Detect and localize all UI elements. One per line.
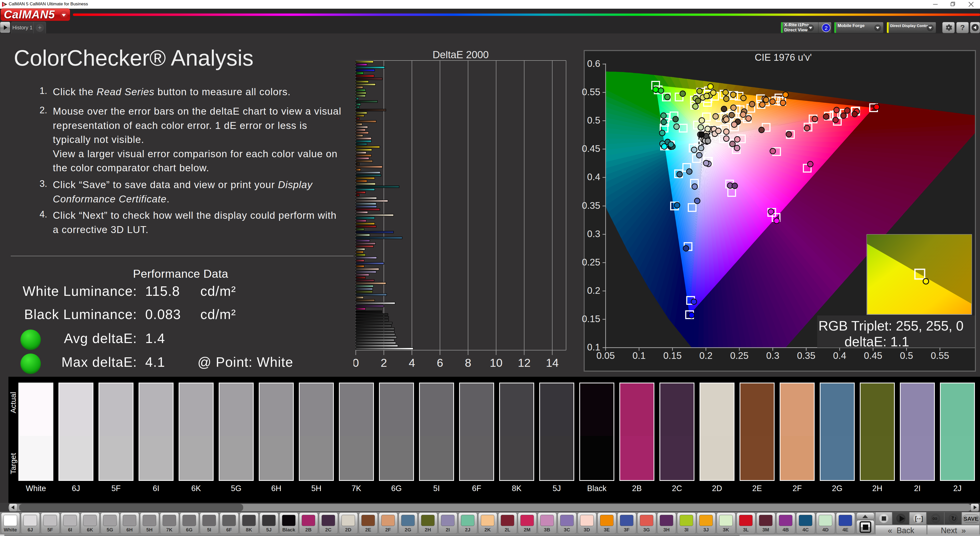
svg-text:0.15: 0.15 [582,314,600,324]
svg-text:0.5: 0.5 [587,115,600,126]
svg-text:0.35: 0.35 [582,200,600,211]
svg-text:0.1: 0.1 [632,350,646,361]
svg-text:0.55: 0.55 [931,350,949,361]
svg-text:deltaE: 1.1: deltaE: 1.1 [845,334,909,349]
svg-text:8: 8 [465,356,471,369]
svg-text:0.25: 0.25 [730,350,749,361]
svg-text:0.45: 0.45 [864,350,882,361]
svg-text:0.5: 0.5 [900,350,913,361]
svg-text:12: 12 [518,356,531,369]
svg-text:0.3: 0.3 [766,350,779,361]
svg-text:10: 10 [490,356,503,369]
svg-text:0.55: 0.55 [582,87,600,97]
svg-text:2: 2 [380,356,387,369]
svg-text:6: 6 [437,356,443,369]
svg-text:0.4: 0.4 [587,172,600,182]
svg-text:0.2: 0.2 [587,285,600,296]
svg-text:RGB Triplet: 255, 255, 0: RGB Triplet: 255, 255, 0 [818,318,964,333]
svg-text:0: 0 [353,356,359,369]
svg-text:0.35: 0.35 [797,350,815,361]
svg-text:14: 14 [546,356,558,369]
svg-text:0.2: 0.2 [699,350,712,361]
svg-text:0.4: 0.4 [833,350,846,361]
svg-text:4: 4 [409,356,415,369]
svg-text:0.05: 0.05 [597,350,615,361]
svg-text:0.15: 0.15 [663,350,682,361]
svg-text:0.3: 0.3 [587,229,600,239]
svg-text:CIE 1976 u'v': CIE 1976 u'v' [755,52,812,63]
svg-text:5: 5 [3,3,5,6]
svg-text:DeltaE 2000: DeltaE 2000 [433,51,489,60]
svg-text:0.6: 0.6 [587,59,600,69]
svg-text:0.45: 0.45 [582,143,600,154]
svg-text:0.25: 0.25 [582,257,600,267]
